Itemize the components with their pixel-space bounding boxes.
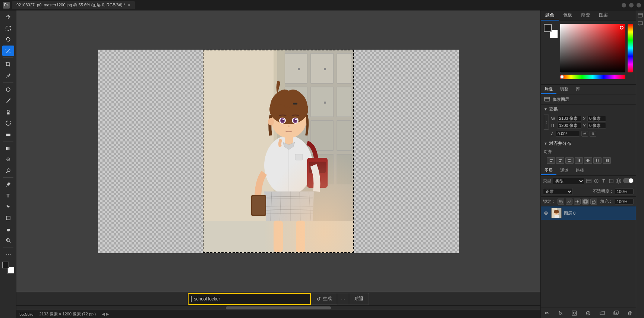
layer-item[interactable]: 图层 0 bbox=[541, 206, 636, 220]
gradient-tool[interactable] bbox=[2, 143, 14, 153]
rainbow-bar[interactable] bbox=[628, 24, 633, 72]
more-options-button[interactable]: ··· bbox=[337, 293, 348, 305]
flip-h-button[interactable]: ⇌ bbox=[581, 131, 588, 137]
gen-fill-input[interactable]: school locker bbox=[194, 296, 310, 302]
main-layout: T ⋯ bbox=[0, 10, 644, 318]
blur-tool[interactable] bbox=[2, 154, 14, 165]
crop-tool[interactable] bbox=[2, 59, 14, 70]
align-left-edge[interactable] bbox=[547, 157, 555, 164]
transform-w-input[interactable] bbox=[557, 116, 581, 122]
generate-button[interactable]: ↺ 生成 bbox=[311, 293, 337, 305]
nav-prev[interactable]: ◀ bbox=[102, 312, 105, 317]
delete-layer-button[interactable] bbox=[626, 309, 634, 317]
align-center-h[interactable] bbox=[556, 157, 564, 164]
hue-slider[interactable] bbox=[560, 75, 625, 79]
filter-pixel-icon[interactable] bbox=[586, 178, 592, 184]
hue-thumb[interactable] bbox=[560, 75, 564, 79]
document-tab[interactable]: 92103027_p0_master1200.jpg @ 55.6% (图层 0… bbox=[12, 1, 135, 9]
fg-color-box[interactable] bbox=[544, 24, 552, 32]
tab-swatches[interactable]: 色板 bbox=[559, 10, 577, 21]
color-gradient-picker[interactable] bbox=[560, 24, 625, 72]
filter-toggle[interactable] bbox=[623, 178, 634, 183]
align-center-v[interactable] bbox=[584, 157, 592, 164]
align-top-edge[interactable] bbox=[575, 157, 583, 164]
eyedropper-tool[interactable] bbox=[2, 71, 14, 81]
healing-tool[interactable] bbox=[2, 84, 14, 95]
flip-v-button[interactable]: ⇅ bbox=[590, 131, 596, 137]
tab-library[interactable]: 库 bbox=[572, 85, 584, 94]
lock-artboard[interactable] bbox=[582, 199, 589, 205]
aspect-ratio-lock[interactable]: ⋮ bbox=[544, 115, 549, 130]
new-layer-button[interactable] bbox=[612, 309, 620, 317]
scrollbar-thumb[interactable] bbox=[226, 306, 331, 309]
shape-tool[interactable] bbox=[2, 213, 14, 223]
transform-x-input[interactable] bbox=[587, 116, 606, 122]
type-tool[interactable]: T bbox=[2, 190, 14, 201]
color-gradient-cursor bbox=[620, 26, 624, 29]
distribute-h[interactable] bbox=[603, 157, 611, 164]
marquee-tool[interactable] bbox=[2, 23, 14, 34]
maximize-button[interactable] bbox=[629, 3, 634, 7]
move-tool[interactable] bbox=[2, 12, 14, 22]
canvas-container[interactable] bbox=[16, 10, 540, 292]
layer-mode-select[interactable]: 正常 bbox=[543, 188, 573, 195]
transform-y-input[interactable] bbox=[587, 123, 606, 129]
lock-all[interactable] bbox=[590, 199, 597, 205]
foreground-color-swatch[interactable] bbox=[2, 262, 9, 268]
svg-rect-67 bbox=[559, 161, 561, 162]
tab-adjustments[interactable]: 调整 bbox=[556, 85, 572, 94]
pen-tool[interactable] bbox=[2, 179, 14, 190]
messaging-icon[interactable] bbox=[637, 20, 644, 27]
stamp-tool[interactable] bbox=[2, 107, 14, 117]
extra-tools[interactable]: ⋯ bbox=[2, 249, 14, 259]
lasso-tool[interactable] bbox=[2, 34, 14, 45]
transform-section-header[interactable]: ▼ 变换 bbox=[541, 105, 636, 114]
back-button[interactable]: 后退 bbox=[349, 293, 369, 305]
tab-channels[interactable]: 通道 bbox=[556, 166, 572, 175]
canvas-right-transparent bbox=[354, 50, 459, 253]
filter-smart-icon[interactable] bbox=[616, 178, 622, 184]
new-fill-layer-button[interactable] bbox=[584, 309, 592, 317]
transform-controls: ⋮ W X H Y bbox=[541, 114, 636, 139]
new-group-button[interactable] bbox=[599, 309, 606, 317]
properties-toggle[interactable] bbox=[637, 12, 644, 19]
tab-properties[interactable]: 属性 bbox=[541, 85, 556, 94]
path-selection-tool[interactable] bbox=[2, 202, 14, 212]
filter-type-icon[interactable]: T bbox=[601, 178, 607, 184]
tab-gradient[interactable]: 渐变 bbox=[577, 10, 594, 21]
add-mask-button[interactable] bbox=[571, 309, 578, 317]
lock-position[interactable] bbox=[574, 199, 581, 205]
align-section-header[interactable]: ▼ 对齐并分布 bbox=[541, 139, 636, 148]
tab-pattern[interactable]: 图案 bbox=[594, 10, 612, 21]
history-brush-tool[interactable] bbox=[2, 118, 14, 128]
lock-transparent-pixels[interactable] bbox=[558, 199, 564, 205]
tab-color[interactable]: 颜色 bbox=[541, 10, 559, 21]
hand-tool[interactable] bbox=[2, 224, 14, 234]
eraser-tool[interactable] bbox=[2, 129, 14, 140]
nav-next[interactable]: ▶ bbox=[106, 312, 109, 317]
zoom-tool[interactable] bbox=[2, 235, 14, 246]
lock-image-pixels[interactable] bbox=[566, 199, 572, 205]
horizontal-scrollbar[interactable] bbox=[16, 305, 540, 310]
brush-tool[interactable] bbox=[2, 96, 14, 106]
align-right-edge[interactable] bbox=[565, 157, 574, 164]
close-button[interactable] bbox=[637, 3, 641, 7]
opacity-input[interactable] bbox=[615, 188, 634, 194]
layer-filter-select[interactable]: 类型 bbox=[553, 178, 584, 184]
minimize-button[interactable] bbox=[622, 3, 626, 7]
fill-input[interactable] bbox=[615, 199, 634, 205]
align-controls: 对齐： bbox=[541, 148, 636, 166]
link-layers-button[interactable] bbox=[543, 309, 550, 317]
transform-angle-input[interactable] bbox=[556, 131, 580, 137]
tab-layers[interactable]: 图层 bbox=[541, 166, 556, 175]
tab-close-button[interactable]: ✕ bbox=[127, 3, 130, 7]
filter-shape-icon[interactable] bbox=[608, 178, 614, 184]
transform-h-input[interactable] bbox=[557, 123, 581, 129]
tab-paths[interactable]: 路径 bbox=[572, 166, 588, 175]
dodge-tool[interactable] bbox=[2, 165, 14, 176]
add-style-button[interactable]: fx bbox=[557, 309, 564, 317]
layer-visibility-toggle[interactable] bbox=[543, 210, 549, 216]
magic-wand-tool[interactable] bbox=[2, 46, 14, 56]
filter-adjustment-icon[interactable] bbox=[593, 178, 599, 184]
align-bottom-edge[interactable] bbox=[593, 157, 602, 164]
